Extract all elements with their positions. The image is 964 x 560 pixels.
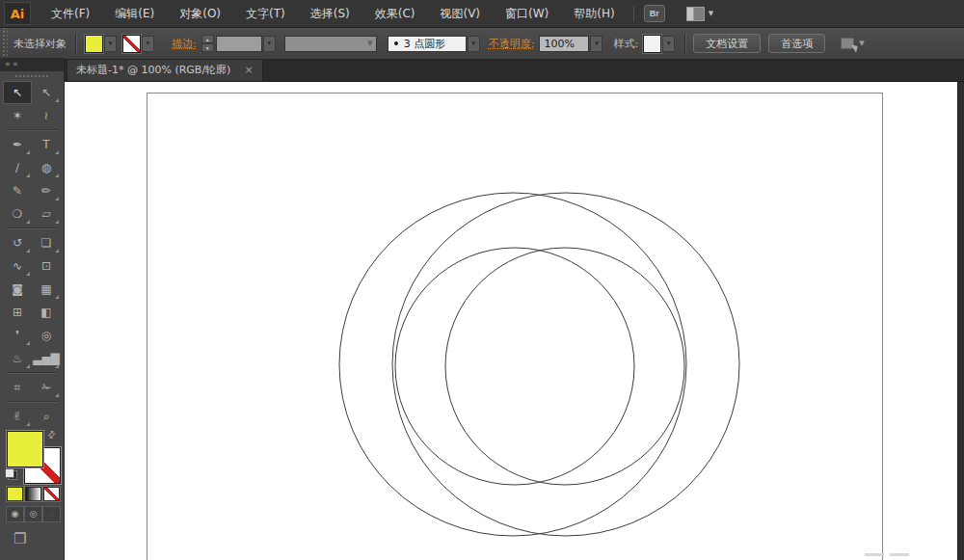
gradient-tool-icon: ◧	[40, 306, 51, 319]
blob-brush-tool-icon: ❍	[13, 207, 23, 221]
free-transform-tool[interactable]: ⊡	[32, 254, 61, 278]
slice-tool[interactable]: ✁	[32, 376, 61, 399]
style-swatch[interactable]	[643, 35, 661, 53]
menu-8[interactable]: 窗口(W)	[493, 0, 561, 27]
rotate-tool[interactable]: ↺	[3, 231, 32, 254]
lasso-tool[interactable]: ≀	[32, 104, 61, 127]
style-swatch-combo[interactable]: ▼	[643, 35, 675, 53]
blend-tool[interactable]: ◎	[32, 324, 61, 347]
workspace-layout-icon	[686, 7, 705, 21]
menu-4[interactable]: 文字(T)	[233, 0, 298, 27]
stroke-width-field[interactable]	[216, 36, 262, 52]
shape-builder-tool[interactable]: ◙	[3, 278, 32, 301]
width-tool[interactable]: ∿	[3, 254, 32, 278]
gradient-button[interactable]	[25, 487, 41, 501]
stroke-none-swatch[interactable]	[122, 35, 141, 53]
menu-7[interactable]: 视图(V)	[427, 0, 493, 27]
fill-color-combo[interactable]: ▼	[85, 35, 117, 53]
menu-2[interactable]: 编辑(E)	[102, 0, 167, 27]
document-setup-button[interactable]: 文档设置	[693, 34, 761, 53]
stepper-up-icon[interactable]: ▲	[201, 35, 214, 43]
eraser-tool[interactable]: ▱	[32, 202, 61, 226]
opacity-field[interactable]: 100%	[539, 36, 589, 52]
zoom-tool[interactable]: ⌕	[32, 405, 61, 428]
brush-definition-field[interactable]: 3 点圆形	[388, 36, 467, 52]
fill-color-swatch[interactable]	[85, 35, 103, 53]
workspace: « « ↖↖✶≀✒T∕◍✎✏❍▱↺❏∿⊡◙▦⊞◧❜◎♨▃▅▇⌗✁✌⌕ ⇄ ◉◎◌…	[0, 58, 964, 560]
select-similar-icon	[841, 38, 854, 49]
separator	[684, 34, 686, 53]
stepper-down-icon[interactable]: ▼	[201, 43, 214, 52]
eyedropper-tool[interactable]: ❜	[3, 324, 32, 347]
screen-mode-button[interactable]: ❐	[13, 530, 26, 547]
symbol-sprayer-tool[interactable]: ♨	[3, 347, 32, 370]
type-tool[interactable]: T	[32, 133, 61, 156]
select-similar-control[interactable]: ▼	[841, 38, 864, 49]
menu-1[interactable]: 文件(F)	[39, 0, 102, 27]
pen-tool[interactable]: ✒	[3, 133, 32, 156]
stroke-color-dropdown-icon[interactable]: ▼	[142, 36, 154, 52]
mesh-tool[interactable]: ⊞	[3, 301, 32, 324]
pencil-tool[interactable]: ✏	[32, 179, 61, 202]
stroke-width-combo[interactable]: ▼	[216, 36, 276, 52]
menubar-separator	[633, 6, 634, 21]
eyedropper-tool-icon: ❜	[15, 329, 19, 342]
magic-wand-tool[interactable]: ✶	[3, 104, 32, 127]
line-segment-tool[interactable]: ∕	[3, 156, 32, 179]
stroke-panel-link[interactable]: 描边:	[172, 37, 197, 51]
draw-inside-button[interactable]: ◌	[42, 506, 61, 522]
symbol-sprayer-tool-icon: ♨	[13, 352, 23, 365]
direct-selection-tool[interactable]: ↖	[32, 81, 61, 104]
collapse-panel-button[interactable]: « «	[0, 58, 64, 71]
perspective-grid-tool[interactable]: ▦	[32, 278, 61, 301]
canvas[interactable]	[65, 82, 964, 560]
stroke-width-dropdown-icon[interactable]: ▼	[263, 36, 276, 52]
document-area: 未标题-1* @ 100% (RGB/轮廓) ×	[65, 58, 964, 560]
artboard-tool[interactable]: ⌗	[3, 376, 32, 399]
width-profile-dropdown[interactable]: ▼	[284, 36, 377, 52]
opacity-dropdown-icon[interactable]: ▼	[590, 36, 602, 52]
style-dropdown-icon[interactable]: ▼	[662, 36, 675, 52]
stroke-color-combo[interactable]: ▼	[122, 35, 154, 53]
tab-close-icon[interactable]: ×	[244, 64, 253, 76]
right-dock-edge[interactable]	[957, 82, 964, 560]
paintbrush-tool[interactable]: ✎	[3, 179, 32, 202]
swap-fill-stroke-icon[interactable]: ⇄	[44, 428, 58, 441]
pencil-tool-icon: ✏	[41, 184, 51, 198]
menu-3[interactable]: 对象(O)	[167, 0, 233, 27]
color-button[interactable]	[7, 487, 23, 501]
menu-6[interactable]: 效果(C)	[362, 0, 428, 27]
panel-drag-grip[interactable]	[0, 71, 64, 81]
control-bar-grip[interactable]	[1, 28, 8, 59]
selection-tool[interactable]: ↖	[3, 81, 32, 104]
workspace-switcher[interactable]: ▼	[686, 7, 713, 21]
opacity-panel-link[interactable]: 不透明度:	[489, 37, 535, 51]
width-tool-icon: ∿	[13, 259, 22, 273]
fill-swatch-large[interactable]	[7, 431, 43, 467]
menu-9[interactable]: 帮助(H)	[561, 0, 627, 27]
menu-bar: Ai 文件(F)编辑(E)对象(O)文字(T)选择(S)效果(C)视图(V)窗口…	[0, 0, 964, 28]
hand-tool[interactable]: ✌	[3, 405, 32, 428]
brush-definition-combo[interactable]: 3 点圆形 ▼	[388, 36, 480, 52]
preferences-button[interactable]: 首选项	[768, 34, 825, 53]
ellipse-tool[interactable]: ◍	[32, 156, 61, 179]
stroke-width-stepper[interactable]: ▲ ▼	[201, 35, 214, 52]
draw-normal-button[interactable]: ◉	[6, 506, 24, 522]
flyout-indicator-icon	[26, 249, 30, 253]
column-graph-tool[interactable]: ▃▅▇	[32, 347, 61, 370]
gradient-tool[interactable]: ◧	[32, 301, 61, 324]
default-fill-stroke-icon[interactable]	[5, 468, 17, 480]
blob-brush-tool[interactable]: ❍	[3, 202, 32, 226]
scale-tool[interactable]: ❏	[32, 231, 61, 254]
artboard[interactable]	[147, 93, 883, 560]
fill-color-dropdown-icon[interactable]: ▼	[104, 36, 117, 52]
none-button[interactable]	[43, 487, 60, 501]
bridge-button[interactable]: Br	[644, 5, 665, 22]
menu-5[interactable]: 选择(S)	[298, 0, 362, 27]
draw-behind-button[interactable]: ◎	[24, 506, 42, 522]
opacity-combo[interactable]: 100% ▼	[539, 36, 602, 52]
document-tab[interactable]: 未标题-1* @ 100% (RGB/轮廓) ×	[67, 57, 263, 81]
paintbrush-tool-icon: ✎	[13, 184, 22, 198]
menu-items: 文件(F)编辑(E)对象(O)文字(T)选择(S)效果(C)视图(V)窗口(W)…	[39, 0, 628, 27]
brush-dropdown-icon[interactable]: ▼	[468, 36, 480, 52]
